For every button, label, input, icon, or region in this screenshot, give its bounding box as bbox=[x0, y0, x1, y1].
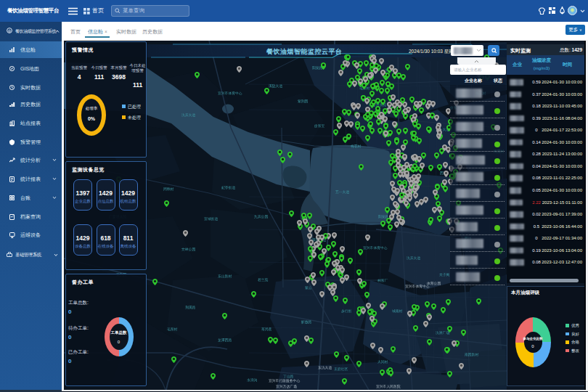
svg-text:宜城街道: 宜城街道 bbox=[204, 216, 218, 221]
svg-text:宜兴市行政服务中心: 宜兴市行政服务中心 bbox=[269, 378, 300, 383]
svg-text:紫荆园: 紫荆园 bbox=[298, 99, 309, 103]
svg-text:东山新村: 东山新村 bbox=[218, 274, 232, 279]
svg-text:水浪沟: 水浪沟 bbox=[247, 377, 258, 383]
svg-text:宜兴市体育中心: 宜兴市体育中心 bbox=[363, 245, 388, 250]
svg-text:紫云: 紫云 bbox=[305, 286, 312, 290]
svg-text:氿洲广场: 氿洲广场 bbox=[436, 330, 449, 335]
svg-text:徐家宝: 徐家宝 bbox=[314, 123, 325, 128]
svg-text:宜兴市体育中心: 宜兴市体育中心 bbox=[405, 284, 430, 288]
svg-text:君兰苑: 君兰苑 bbox=[258, 277, 269, 282]
svg-text:体育公园: 体育公园 bbox=[426, 281, 441, 285]
svg-text:文峰公园: 文峰公园 bbox=[181, 247, 195, 251]
svg-text:宜兴市人民医院: 宜兴市人民医院 bbox=[376, 384, 401, 389]
svg-text:王府社区: 王府社区 bbox=[334, 367, 348, 371]
svg-text:餐饮油烟智能监控云平台: 餐饮油烟智能监控云平台 bbox=[266, 48, 343, 55]
svg-text:南园新村: 南园新村 bbox=[465, 352, 478, 357]
svg-text:宜兴市体育中心: 宜兴市体育中心 bbox=[218, 91, 242, 95]
svg-text:九滨公园: 九滨公园 bbox=[254, 214, 268, 219]
svg-text:周铁村: 周铁村 bbox=[163, 187, 174, 192]
svg-text:解放路: 解放路 bbox=[301, 319, 312, 324]
svg-text:东氿大道: 东氿大道 bbox=[318, 365, 332, 369]
svg-text:毛家村: 毛家村 bbox=[167, 327, 178, 332]
svg-text:林家厂: 林家厂 bbox=[377, 278, 388, 282]
svg-text:五一大道: 五一大道 bbox=[335, 190, 349, 194]
svg-text:茶局巷: 茶局巷 bbox=[261, 327, 272, 332]
svg-text:龙潭西路: 龙潭西路 bbox=[218, 338, 232, 343]
svg-text:宜兴万达广场: 宜兴万达广场 bbox=[276, 384, 297, 389]
svg-text:氿滨大道: 氿滨大道 bbox=[407, 256, 420, 260]
svg-text:氿滨大道: 氿滨大道 bbox=[181, 113, 195, 117]
svg-text:溪隐大道: 溪隐大道 bbox=[269, 83, 282, 89]
svg-text:荆溪路: 荆溪路 bbox=[185, 305, 196, 310]
svg-text:屺亭街道: 屺亭街道 bbox=[221, 185, 235, 190]
